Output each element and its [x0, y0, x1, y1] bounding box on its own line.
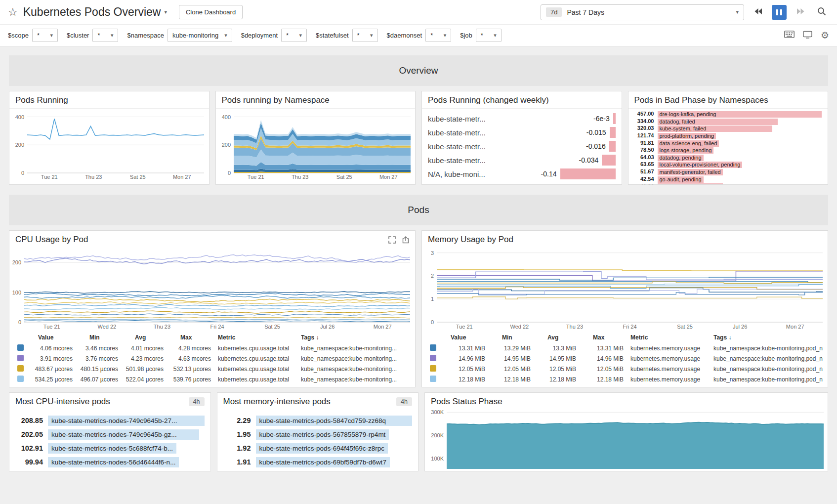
filter-token-scope: $scope*▾ [8, 29, 58, 42]
panel-changed-weekly: Pods Running (changed weekly) kube-state… [421, 91, 622, 185]
filter-value-select[interactable]: *▾ [476, 29, 502, 42]
series-swatch [17, 344, 24, 351]
svg-text:Thu 23: Thu 23 [154, 324, 170, 330]
filter-value-select[interactable]: *▾ [32, 29, 58, 42]
svg-text:Mon 27: Mon 27 [374, 324, 392, 330]
negative-change-bar [610, 127, 616, 138]
time-forward-button[interactable] [793, 5, 808, 20]
list-item[interactable]: 1.90kube-state-metrics-pods-5f4b96c697-x… [223, 469, 413, 471]
gear-icon[interactable]: ⚙ [821, 31, 829, 40]
legend-header[interactable]: ValueMinAvgMaxMetricTags ↓ [14, 332, 410, 343]
panel-memory-usage: Memory Usage by Pod 0123Tue 21Wed 22Thu … [421, 230, 828, 387]
changed-weekly-row[interactable]: kube-state-metr...-0.034 [428, 153, 616, 167]
svg-text:3: 3 [431, 250, 434, 256]
legend-row[interactable]: 3.91 mcores3.76 mcores4.23 mcores4.63 mc… [14, 353, 410, 364]
monitor-icon[interactable] [803, 31, 812, 41]
filter-value-select[interactable]: *▾ [92, 29, 118, 42]
list-item[interactable]: 41.30node-monitoring, pending [631, 182, 822, 185]
negative-change-bar [609, 141, 616, 152]
pause-button[interactable] [772, 5, 787, 20]
legend-header[interactable]: ValueMinAvgMaxMetricTags ↓ [427, 332, 823, 343]
svg-text:Thu 23: Thu 23 [85, 174, 102, 180]
overview-row: Pods Running 0200400Tue 21Thu 23Sat 25Mo… [9, 91, 828, 185]
svg-text:Thu 23: Thu 23 [292, 174, 308, 180]
list-item[interactable]: 1.92kube-state-metrics-pods-694f45f69c-z… [223, 441, 413, 455]
legend-row[interactable]: 4.06 mcores3.46 mcores4.01 mcores4.28 mc… [14, 343, 410, 353]
legend-row[interactable]: 12.05 MiB12.05 MiB12.05 MiB12.05 MiBkube… [427, 364, 823, 374]
legend-row[interactable]: 13.31 MiB13.29 MiB13.3 MiB13.31 MiBkuber… [427, 343, 823, 353]
memory-usage-legend: ValueMinAvgMaxMetricTags ↓13.31 MiB13.29… [427, 332, 823, 384]
cpu-usage-chart: 0100200Tue 21Wed 22Thu 23Fri 24Sat 25Jul… [9, 248, 415, 331]
list-item[interactable]: 202.05kube-state-metrics-nodes-749c9645b… [15, 427, 205, 441]
changed-weekly-row[interactable]: kube-state-metr...-0.016 [428, 139, 616, 153]
filter-token-job: $job*▾ [460, 29, 502, 42]
bottom-row: Most CPU-intensive pods 4h 208.85kube-st… [9, 392, 828, 471]
svg-text:Fri 24: Fri 24 [623, 324, 636, 330]
panel-title: Pods running by Namespace [222, 95, 330, 105]
svg-text:Tue 21: Tue 21 [247, 174, 264, 180]
pause-icon [776, 9, 778, 15]
expand-icon[interactable] [388, 236, 396, 244]
time-range-badge: 7d [546, 7, 562, 17]
list-item[interactable]: 2.29kube-state-metrics-pods-5847cd759-zz… [223, 414, 413, 427]
search-button[interactable] [814, 5, 829, 20]
value-bar: kube-state-metrics-pods-5847cd759-zz68q [256, 416, 413, 426]
filter-token-daemonset: $daemonset*▾ [387, 29, 452, 42]
panel-title: Most memory-intensive pods [223, 397, 331, 407]
value-bar: kube-state-metrics-pods-69bf59df7b-d6wt7 [256, 457, 390, 467]
panel-title: Pods Running (changed weekly) [428, 95, 549, 105]
filter-bar: $scope*▾$cluster*▾$namespacekube-monitor… [0, 25, 837, 46]
svg-text:0: 0 [431, 319, 434, 325]
chevron-down-icon: ▾ [494, 32, 497, 39]
svg-text:Thu 23: Thu 23 [566, 324, 583, 330]
clone-dashboard-button[interactable]: Clone Dashboard [179, 5, 243, 19]
time-range-picker[interactable]: 7d Past 7 Days ▾ [541, 4, 744, 20]
list-item[interactable]: 99.94kube-state-metrics-nodes-56d46444f6… [15, 455, 205, 469]
list-item[interactable]: 208.85kube-state-metrics-nodes-749c9645b… [15, 414, 205, 427]
list-item[interactable]: 1.91kube-state-metrics-pods-69bf59df7b-d… [223, 455, 413, 469]
favorite-star-icon[interactable]: ☆ [8, 7, 18, 18]
filter-var-label: $daemonset [387, 32, 422, 39]
filter-var-label: $deployment [241, 32, 278, 39]
time-back-button[interactable] [751, 5, 765, 20]
chevron-down-icon: ▾ [736, 9, 739, 15]
changed-weekly-row[interactable]: N/A, kube-moni...-0.14 [428, 167, 616, 181]
panel-pods-running: Pods Running 0200400Tue 21Thu 23Sat 25Mo… [9, 91, 209, 185]
value-bar: kube-state-metrics-pods-694f45f69c-z8rpc [256, 443, 388, 454]
svg-text:200K: 200K [431, 432, 444, 438]
negative-change-bar [602, 155, 615, 166]
panel-bad-phase: Pods in Bad Phase by Namespaces 457.00dr… [628, 91, 829, 185]
keyboard-icon[interactable] [784, 31, 795, 40]
negative-change-bar [560, 168, 616, 179]
filter-value-select[interactable]: kube-monitoring▾ [167, 29, 232, 42]
panel-top-memory: Most memory-intensive pods 4h 2.29kube-s… [217, 392, 419, 471]
value-bar: kube-state-metrics-pods-5f4b96c697-x8kkq [256, 471, 391, 472]
legend-row[interactable]: 534.25 µcores496.07 µcores522.04 µcores5… [14, 374, 410, 384]
svg-text:0: 0 [18, 319, 21, 325]
list-item[interactable]: 1.95kube-state-metrics-pods-567855879-rp… [223, 427, 413, 441]
legend-row[interactable]: 14.96 MiB14.95 MiB14.95 MiB14.96 MiBkube… [427, 353, 823, 364]
filter-token-deployment: $deployment*▾ [241, 29, 307, 42]
legend-row[interactable]: 12.18 MiB12.18 MiB12.18 MiB12.18 MiBkube… [427, 374, 823, 384]
status-phase-chart: 300K200K100K [425, 410, 828, 470]
filter-value-select[interactable]: *▾ [425, 29, 451, 42]
panel-title: Pods Status Phase [431, 397, 502, 407]
svg-text:400: 400 [221, 114, 230, 120]
series-swatch [430, 344, 436, 351]
changed-weekly-list: kube-state-metr...-6e-3kube-state-metr..… [422, 109, 622, 181]
chevron-down-icon: ▾ [224, 32, 227, 39]
panel-title: Pods Running [15, 95, 68, 105]
changed-weekly-row[interactable]: kube-state-metr...-6e-3 [428, 112, 616, 126]
filter-var-label: $job [460, 32, 472, 39]
changed-weekly-row[interactable]: kube-state-metr...-0.015 [428, 126, 616, 139]
chevron-down-icon[interactable]: ▾ [164, 9, 167, 15]
export-icon[interactable] [402, 236, 409, 244]
list-item[interactable]: 102.91kube-state-metrics-nodes-5c688fcf7… [15, 441, 205, 455]
series-swatch [17, 365, 24, 372]
filter-value-select[interactable]: *▾ [352, 29, 378, 42]
svg-text:100: 100 [12, 290, 21, 295]
legend-row[interactable]: 483.67 µcores480.15 µcores501.98 µcores5… [14, 364, 410, 374]
list-item[interactable]: 97.29kube-state-metrics-nodes-6f8d54fd9-… [15, 469, 205, 471]
filter-value-select[interactable]: *▾ [281, 29, 307, 42]
series-swatch [430, 365, 436, 372]
